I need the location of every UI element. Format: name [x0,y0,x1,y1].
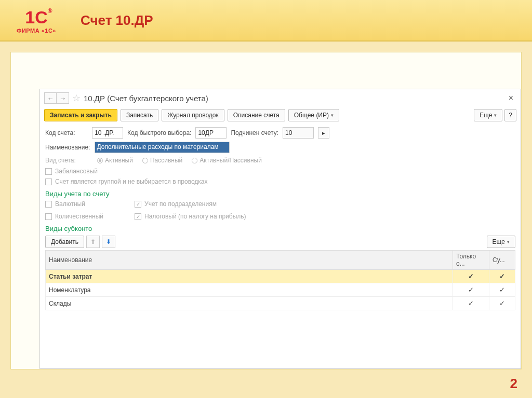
check-offbalance[interactable]: Забалансовый [40,166,521,176]
checkbox-icon: ✓ [135,213,141,220]
col-sum[interactable]: Су... [489,251,515,270]
row-account-type: Вид счета: Активный Пассивный Активный/П… [40,155,521,166]
save-button[interactable]: Записать [121,109,158,121]
quick-code-input[interactable] [195,127,227,139]
main-toolbar: Записать и закрыть Записать Журнал прово… [40,107,521,126]
radio-icon [142,158,148,163]
parent-label: Подчинен счету: [231,129,278,136]
checkbox-icon [45,168,52,175]
content-area: ← → ☆ 10.ДР (Счет бухгалтерского учета) … [10,52,522,369]
chevron-down-icon: ▾ [507,239,510,244]
checkbox-icon [45,179,52,185]
checkbox-icon: ✓ [135,201,141,208]
radio-icon [192,158,197,163]
quick-code-label: Код быстрого выбора: [127,129,191,136]
description-button[interactable]: Описание счета [228,109,285,121]
more-button[interactable]: Еще▾ [474,109,502,121]
subconto-table: Наименование Только о... Су... Статьи за… [45,250,515,310]
code-input[interactable] [92,127,123,139]
help-button[interactable]: ? [504,109,516,121]
app-window: ← → ☆ 10.ДР (Счет бухгалтерского учета) … [39,89,521,369]
subconto-more-button[interactable]: Еще▾ [487,236,515,248]
check-by-dept[interactable]: ✓Учет по подразделениям [135,199,251,209]
col-only[interactable]: Только о... [453,251,489,270]
type-label: Вид счета: [45,157,88,164]
code-label: Код счета: [45,129,88,136]
chevron-down-icon: ▾ [331,113,334,118]
name-label: Наименование: [45,144,90,151]
name-input[interactable]: Дополнительные расходы по материалам [95,142,230,153]
cell-name: Статьи затрат [46,270,453,283]
slide-header: 1C® ФИРМА «1С» Счет 10.ДР [0,0,532,42]
cell-only[interactable]: ✓ [453,297,489,310]
row-code: Код счета: Код быстрого выбора: Подчинен… [40,126,521,140]
radio-icon [97,158,103,163]
account-types-grid: Валютный Количественный ✓Учет по подразд… [40,199,521,222]
chevron-down-icon: ▾ [494,113,497,118]
table-row[interactable]: Статьи затрат✓✓ [46,270,515,283]
logo-1c-text: 1C® [8,7,65,28]
cell-name: Склады [46,297,453,310]
table-row[interactable]: Склады✓✓ [46,297,515,310]
page-number: 2 [510,376,517,392]
favorite-icon[interactable]: ☆ [72,92,81,104]
subconto-toolbar: Добавить ⬆ ⬇ Еще▾ [40,234,521,250]
section-subconto: Виды субконто [40,222,521,234]
window-titlebar: ← → ☆ 10.ДР (Счет бухгалтерского учета) … [40,89,521,107]
cell-sum[interactable]: ✓ [489,283,515,297]
slide-title: Счет 10.ДР [81,12,153,29]
logo-subtitle: ФИРМА «1С» [8,28,65,34]
radio-passive[interactable]: Пассивный [142,157,182,164]
row-name: Наименование: Дополнительные расходы по … [40,140,521,155]
cell-sum[interactable]: ✓ [489,297,515,310]
check-currency[interactable]: Валютный [45,199,109,209]
check-group[interactable]: Счет является группой и не выбирается в … [40,176,521,187]
window-title: 10.ДР (Счет бухгалтерского учета) [84,94,208,103]
open-parent-button[interactable]: ▸ [318,127,329,139]
move-up-button[interactable]: ⬆ [86,236,100,248]
journal-button[interactable]: Журнал проводок [162,109,224,121]
check-tax[interactable]: ✓Налоговый (по налогу на прибыль) [135,211,251,222]
radio-both[interactable]: Активный/Пассивный [192,157,262,164]
checkbox-icon [45,201,52,208]
cell-only[interactable]: ✓ [453,283,489,297]
common-button[interactable]: Общее (ИР)▾ [288,109,339,121]
logo: 1C® ФИРМА «1С» [8,7,65,34]
cell-sum[interactable]: ✓ [489,270,515,283]
table-row[interactable]: Номенклатура✓✓ [46,283,515,297]
check-quantity[interactable]: Количественный [45,211,109,222]
checkbox-icon [45,213,52,220]
col-name[interactable]: Наименование [46,251,453,270]
radio-active[interactable]: Активный [97,157,133,164]
parent-input[interactable] [283,127,314,139]
back-button[interactable]: ← [44,92,57,104]
section-account-types: Виды учета по счету [40,187,521,199]
forward-button[interactable]: → [57,92,69,104]
save-and-close-button[interactable]: Записать и закрыть [44,109,117,121]
add-button[interactable]: Добавить [45,236,84,248]
move-down-button[interactable]: ⬇ [102,236,115,248]
cell-only[interactable]: ✓ [453,270,489,283]
close-icon[interactable]: × [506,93,516,103]
cell-name: Номенклатура [46,283,453,297]
